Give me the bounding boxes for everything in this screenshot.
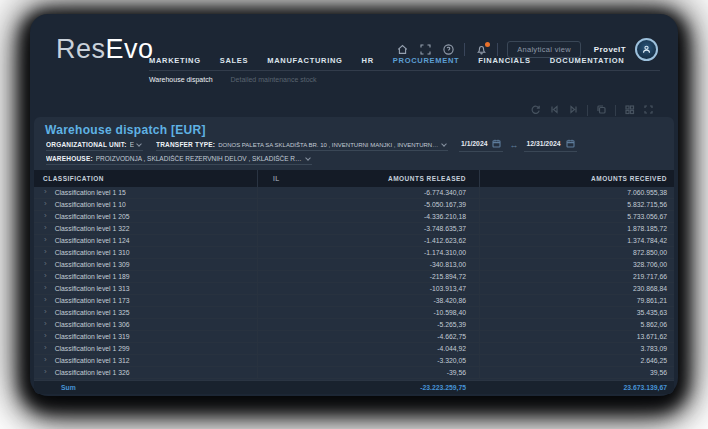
table-row[interactable]: › Classification level 1 299 -4.044,92 3…	[34, 343, 674, 355]
chevron-down-icon[interactable]	[441, 141, 447, 146]
toolbar-divider	[587, 105, 588, 116]
classification-label: Classification level 1 312	[55, 357, 130, 364]
table-row[interactable]: › Classification level 1 309 -340.813,00…	[34, 259, 674, 271]
topbar-divider	[464, 43, 465, 56]
classification-label: Classification level 1 322	[55, 225, 130, 232]
amounts-released-value: -3.320,05	[257, 355, 479, 366]
nav-item[interactable]: SALES	[220, 56, 249, 65]
help-icon[interactable]	[441, 43, 455, 57]
table-row[interactable]: › Classification level 1 173 -38.420,86 …	[34, 295, 674, 307]
amounts-received-value: 230.868,84	[479, 283, 674, 294]
row-expand-icon[interactable]: ›	[44, 224, 47, 232]
amounts-released-value: -38.420,86	[257, 295, 479, 306]
table-row[interactable]: › Classification level 1 325 -10.598,40 …	[34, 307, 674, 319]
column-header-classification[interactable]: CLASSIFICATION	[34, 170, 257, 187]
avatar[interactable]	[635, 38, 658, 61]
row-expand-icon[interactable]: ›	[44, 332, 47, 340]
amounts-received-value: 79.861,21	[479, 295, 674, 306]
column-header-released[interactable]: IL AMOUNTS RELEASED	[257, 170, 479, 187]
amounts-released-value: -39,56	[257, 367, 479, 378]
organizational-unit-label: ORGANIZATIONAL UNIT:	[46, 141, 127, 148]
table-row[interactable]: › Classification level 1 322 -3.748.635,…	[34, 223, 674, 235]
amounts-released-value: -5.265,39	[257, 319, 479, 330]
table-row[interactable]: › Classification level 1 310 -1.174.310,…	[34, 247, 674, 259]
table-row[interactable]: › Classification level 1 306 -5.265,39 5…	[34, 319, 674, 331]
amounts-released-value: -4.044,92	[257, 343, 479, 354]
row-expand-icon[interactable]: ›	[44, 260, 47, 268]
subnav-item[interactable]: Warehouse dispatch	[149, 76, 213, 83]
classification-label: Classification level 1 173	[55, 297, 130, 304]
date-from-field[interactable]: 1/1/2024	[459, 139, 503, 152]
amounts-received-value: 35.435,63	[479, 307, 674, 318]
nav-item[interactable]: FINANCIALS	[478, 56, 530, 65]
table-header: CLASSIFICATION IL AMOUNTS RELEASED AMOUN…	[34, 170, 674, 187]
nav-item[interactable]: HR	[362, 56, 374, 65]
logo-part-res: Res	[56, 34, 106, 64]
nav-item[interactable]: PROCUREMENT	[393, 56, 459, 65]
chevron-down-icon[interactable]	[136, 141, 142, 146]
row-expand-icon[interactable]: ›	[44, 284, 47, 292]
amounts-received-value: 5.862,06	[479, 319, 674, 330]
classification-label: Classification level 1 325	[55, 309, 130, 316]
warehouse-filter[interactable]: WAREHOUSE: PROIZVODNJA , SKLADIŠČE REZER…	[46, 155, 312, 165]
date-to-field[interactable]: 12/31/2024	[524, 139, 576, 152]
row-expand-icon[interactable]: ›	[44, 188, 47, 196]
brand-label: ProveIT	[594, 45, 626, 54]
table-row[interactable]: › Classification level 1 312 -3.320,05 2…	[34, 355, 674, 367]
table-row[interactable]: › Classification level 1 205 -4.336.210,…	[34, 211, 674, 223]
table-row[interactable]: › Classification level 1 15 -6.774.340,0…	[34, 187, 674, 199]
date-to-value: 12/31/2024	[526, 140, 560, 147]
amounts-released-value: -340.813,00	[257, 259, 479, 270]
date-range-arrow-icon: ↔	[509, 141, 518, 150]
chevron-down-icon[interactable]	[305, 155, 311, 160]
sum-label: Sum	[34, 381, 257, 394]
fullscreen-icon[interactable]	[418, 43, 432, 57]
row-expand-icon[interactable]: ›	[44, 320, 47, 328]
amounts-received-value: 219.717,66	[479, 271, 674, 282]
warehouse-value: PROIZVODNJA , SKLADIŠČE REZERVNIH DELOV …	[96, 155, 303, 162]
row-expand-icon[interactable]: ›	[44, 248, 47, 256]
column-header-received[interactable]: AMOUNTS RECEIVED	[479, 170, 674, 187]
classification-label: Classification level 1 124	[55, 237, 130, 244]
amounts-received-value: 7.060.955,38	[479, 187, 674, 198]
amounts-received-value: 39,56	[479, 367, 674, 378]
subnav-item[interactable]: Detailed maintenance stock	[231, 76, 317, 83]
organizational-unit-filter[interactable]: ORGANIZATIONAL UNIT: East	[46, 141, 143, 151]
row-expand-icon[interactable]: ›	[44, 296, 47, 304]
toolbar-divider	[615, 105, 616, 116]
amounts-received-value: 2.646,25	[479, 355, 674, 366]
home-icon[interactable]	[395, 43, 409, 57]
notification-badge	[485, 42, 490, 47]
table-body: › Classification level 1 15 -6.774.340,0…	[34, 187, 674, 380]
row-expand-icon[interactable]: ›	[44, 212, 47, 220]
classification-label: Classification level 1 205	[55, 213, 130, 220]
nav-divider	[149, 70, 660, 71]
table-row[interactable]: › Classification level 1 10 -5.050.167,3…	[34, 199, 674, 211]
amounts-released-value: -215.894,72	[257, 271, 479, 282]
nav-item[interactable]: MANUFACTURING	[267, 56, 342, 65]
amounts-released-value: -103.913,47	[257, 283, 479, 294]
row-expand-icon[interactable]: ›	[44, 272, 47, 280]
bell-icon[interactable]	[474, 43, 488, 57]
row-expand-icon[interactable]: ›	[44, 356, 47, 364]
row-expand-icon[interactable]: ›	[44, 200, 47, 208]
classification-label: Classification level 1 326	[55, 369, 130, 376]
row-expand-icon[interactable]: ›	[44, 344, 47, 352]
row-expand-icon[interactable]: ›	[44, 308, 47, 316]
table-row[interactable]: › Classification level 1 313 -103.913,47…	[34, 283, 674, 295]
column-header-released-label: AMOUNTS RELEASED	[388, 175, 466, 182]
transfer-type-filter[interactable]: TRANSFER TYPE: DONOS PALETA SA SKLADIŠTA…	[156, 141, 448, 151]
topbar-divider	[497, 43, 498, 56]
classification-label: Classification level 1 10	[55, 201, 126, 208]
table-row[interactable]: › Classification level 1 319 -4.662,75 1…	[34, 331, 674, 343]
table-row[interactable]: › Classification level 1 326 -39,56 39,5…	[34, 367, 674, 379]
table-row[interactable]: › Classification level 1 189 -215.894,72…	[34, 271, 674, 283]
amounts-received-value: 5.832.715,56	[479, 199, 674, 210]
row-expand-icon[interactable]: ›	[44, 368, 47, 376]
nav-item[interactable]: MARKETING	[149, 56, 201, 65]
nav-item[interactable]: DOCUMENTATION	[550, 56, 625, 65]
table-row[interactable]: › Classification level 1 124 -1.412.623,…	[34, 235, 674, 247]
classification-label: Classification level 1 309	[55, 261, 130, 268]
row-expand-icon[interactable]: ›	[44, 236, 47, 244]
column-header-stub: IL	[273, 175, 280, 182]
